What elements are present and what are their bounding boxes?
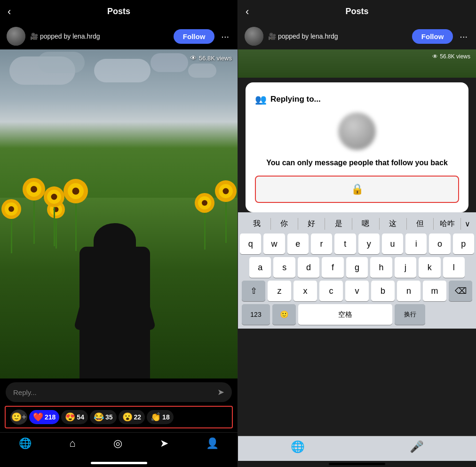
follow-button-right[interactable]: Follow (412, 29, 453, 44)
right-video-peek: 👁 56.8K views (238, 49, 476, 78)
back-button-right[interactable]: ‹ (246, 6, 249, 18)
key-i[interactable]: i (405, 234, 427, 254)
suggestion-4[interactable]: 嗯 (352, 218, 380, 230)
right-header: ‹ Posts (238, 0, 476, 23)
key-m[interactable]: m (423, 281, 446, 301)
modal-title-row: 👥 Replying to... (255, 94, 321, 105)
send-icon-left[interactable]: ➤ (217, 387, 224, 397)
modal-area: 👥 Replying to... You can only message pe… (238, 78, 476, 436)
suggestion-2[interactable]: 好 (298, 218, 325, 230)
key-b[interactable]: b (371, 281, 395, 301)
emoji-key[interactable]: 🙂 (272, 304, 296, 325)
key-j[interactable]: j (395, 257, 416, 278)
key-f[interactable]: f (322, 257, 343, 278)
username-left: 🎥 popped by lena.hrdg (30, 32, 100, 40)
left-user-bar: 🎥 popped by lena.hrdg Follow ··· (0, 23, 238, 49)
surprised-count: 22 (134, 413, 142, 421)
username-right: 🎥 popped by lena.hrdg (268, 32, 338, 40)
key-n[interactable]: n (397, 281, 420, 301)
expand-suggestions-icon[interactable]: ∨ (461, 219, 470, 228)
avatar-right[interactable] (245, 27, 263, 46)
nav-send-left[interactable]: ➤ (160, 437, 168, 450)
reaction-surprised[interactable]: 😮 22 (119, 410, 145, 424)
nav-home-left[interactable]: ⌂ (69, 437, 75, 450)
key-g[interactable]: g (346, 257, 368, 278)
key-v[interactable]: v (345, 281, 369, 301)
key-d[interactable]: d (298, 257, 319, 278)
nav-globe-left[interactable]: 🌐 (19, 437, 32, 450)
key-s[interactable]: s (273, 257, 295, 278)
modal-people-icon: 👥 (255, 94, 267, 105)
clap-emoji: 👏 (151, 412, 161, 422)
home-indicator-left (91, 462, 147, 464)
keyboard-row-3: ⇧ z x c v b n m ⌫ (240, 281, 474, 301)
modal-input-row[interactable]: 🔒 (255, 176, 459, 203)
username-bar-right: 🎥 popped by lena.hrdg (268, 32, 407, 40)
key-p[interactable]: p (453, 234, 474, 254)
back-button-left[interactable]: ‹ (8, 6, 11, 18)
eye-icon-right: 👁 (432, 53, 438, 60)
suggestion-3[interactable]: 是 (325, 218, 352, 230)
key-a[interactable]: a (249, 257, 271, 278)
key-r[interactable]: r (311, 234, 332, 254)
surprised-emoji: 😮 (122, 412, 133, 422)
delete-key[interactable]: ⌫ (449, 281, 472, 301)
suggestion-0[interactable]: 我 (244, 218, 271, 230)
left-header: ‹ Posts (0, 0, 238, 23)
key-h[interactable]: h (370, 257, 392, 278)
key-t[interactable]: t (334, 234, 356, 254)
suggestion-6[interactable]: 但 (407, 218, 434, 230)
follow-button-left[interactable]: Follow (174, 29, 215, 44)
key-l[interactable]: l (443, 257, 465, 278)
eye-icon-left: 👁 (190, 54, 197, 62)
shift-key[interactable]: ⇧ (242, 281, 265, 301)
key-x[interactable]: x (294, 281, 317, 301)
avatar-left[interactable] (7, 27, 25, 46)
nav-mic-right[interactable]: 🎤 (410, 440, 424, 453)
key-w[interactable]: w (263, 234, 285, 254)
key-c[interactable]: c (319, 281, 343, 301)
key-k[interactable]: k (419, 257, 440, 278)
reaction-clap[interactable]: 👏 18 (147, 410, 174, 424)
nav-profile-left[interactable]: 👤 (206, 437, 219, 450)
laugh-emoji: 😂 (94, 412, 104, 422)
right-user-bar: 🎥 popped by lena.hrdg Follow ··· (238, 23, 476, 49)
reply-modal: 👥 Replying to... You can only message pe… (246, 82, 468, 212)
key-u[interactable]: u (382, 234, 403, 254)
more-menu-left[interactable]: ··· (219, 31, 231, 42)
keyboard-area: 我 你 好 是 嗯 这 但 哈咋 ∨ q w e r t y u i o (238, 212, 476, 329)
add-reaction-button[interactable]: 🙂+ (10, 410, 27, 425)
key-q[interactable]: q (240, 234, 261, 254)
love-eyes-emoji: 😍 (65, 412, 75, 422)
keyboard-row-2: a s d f g h j k l (240, 257, 474, 278)
space-key[interactable]: 空格 (298, 304, 392, 325)
views-count-right: 56.8K views (440, 53, 470, 60)
nav-globe-right[interactable]: 🌐 (291, 440, 305, 453)
username-bar-left: 🎥 popped by lena.hrdg (30, 32, 169, 40)
reaction-love-eyes[interactable]: 😍 54 (61, 410, 88, 424)
laugh-count: 35 (105, 413, 113, 421)
reply-bar[interactable]: Reply... ➤ (6, 382, 232, 402)
reaction-laugh[interactable]: 😂 35 (90, 410, 117, 424)
key-y[interactable]: y (358, 234, 380, 254)
more-menu-right[interactable]: ··· (458, 31, 469, 42)
keyboard-bottom-row: 123 🙂 空格 换行 (240, 304, 474, 325)
reaction-heart[interactable]: ❤️ 218 (29, 410, 59, 424)
lock-icon: 🔒 (351, 183, 364, 195)
home-indicator-right (329, 463, 385, 465)
modal-message: You can only message people that follow … (266, 158, 448, 168)
reply-placeholder: Reply... (13, 388, 217, 396)
nav-camera-left[interactable]: ◎ (113, 437, 122, 450)
key-o[interactable]: o (429, 234, 450, 254)
modal-avatar (338, 113, 376, 150)
return-key[interactable]: 换行 (395, 304, 425, 325)
suggestion-5[interactable]: 这 (380, 218, 407, 230)
num-key[interactable]: 123 (242, 304, 270, 325)
key-z[interactable]: z (268, 281, 291, 301)
suggestion-1[interactable]: 你 (271, 218, 298, 230)
key-e[interactable]: e (287, 234, 309, 254)
suggestion-7[interactable]: 哈咋 (434, 218, 461, 230)
video-area-left: 👁 56.8K views (0, 49, 238, 378)
suggestions-row: 我 你 好 是 嗯 这 但 哈咋 ∨ (240, 216, 474, 234)
bottom-nav-right: 🌐 🎤 (238, 436, 476, 461)
